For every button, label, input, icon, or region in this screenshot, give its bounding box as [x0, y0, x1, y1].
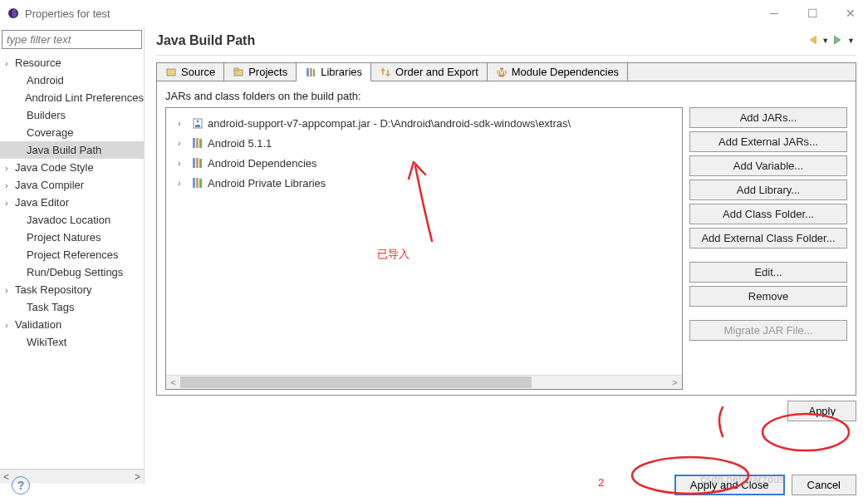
- tab-source[interactable]: Source: [157, 63, 224, 81]
- svg-rect-16: [193, 158, 195, 168]
- tab-order-and-export[interactable]: Order and Export: [371, 63, 488, 81]
- back-dropdown-icon[interactable]: ▼: [820, 37, 831, 45]
- cancel-button[interactable]: Cancel: [792, 475, 856, 495]
- sidebar-item-android[interactable]: Android: [0, 71, 144, 89]
- sidebar-item-java-compiler[interactable]: ›Java Compiler: [0, 176, 144, 194]
- sidebar-item-task-tags[interactable]: Task Tags: [0, 298, 144, 316]
- apply-button[interactable]: Apply: [787, 401, 856, 421]
- tabs: SourceProjectsLibrariesOrder and ExportM…: [157, 63, 856, 81]
- svg-rect-12: [195, 125, 200, 127]
- add-class-folder-button[interactable]: Add Class Folder...: [689, 204, 847, 224]
- section-label: JARs and class folders on the build path…: [165, 90, 847, 102]
- add-library-button[interactable]: Add Library...: [689, 180, 847, 200]
- library-item[interactable]: ›Android Dependencies: [169, 153, 679, 173]
- library-label: android-support-v7-appcompat.jar - D:\An…: [208, 117, 571, 130]
- svg-rect-5: [306, 68, 309, 76]
- libraries-hscroll[interactable]: < >: [166, 375, 682, 389]
- add-variable-button[interactable]: Add Variable...: [689, 155, 847, 176]
- chevron-right-icon: ›: [5, 58, 15, 68]
- hscroll-left-icon[interactable]: <: [166, 376, 180, 390]
- chevron-right-icon: ›: [5, 163, 15, 173]
- chevron-right-icon: ›: [5, 198, 15, 208]
- sidebar-item-project-references[interactable]: Project References: [0, 246, 144, 263]
- sidebar-item-run-debug-settings[interactable]: Run/Debug Settings: [0, 263, 144, 281]
- order-and-export-icon: [380, 66, 391, 78]
- sidebar-item-label: Builders: [27, 109, 66, 121]
- add-jars-button[interactable]: Add JARs...: [689, 107, 847, 128]
- chevron-right-icon[interactable]: ›: [178, 178, 188, 188]
- tab-label: Libraries: [321, 66, 362, 78]
- library-label: Android Dependencies: [208, 157, 317, 170]
- lib-icon: [191, 136, 204, 150]
- chevron-right-icon: ›: [5, 180, 15, 190]
- library-item[interactable]: ›android-support-v7-appcompat.jar - D:\A…: [169, 113, 679, 133]
- svg-rect-7: [313, 69, 315, 76]
- scroll-left-icon[interactable]: <: [3, 471, 9, 483]
- add-external-class-folder-button[interactable]: Add External Class Folder...: [689, 228, 847, 249]
- watermark: csdn.net/warzous: [701, 474, 785, 485]
- minimize-button[interactable]: ─: [763, 5, 785, 22]
- chevron-right-icon[interactable]: ›: [178, 158, 188, 168]
- tab-module-dependencies[interactable]: MModule Dependencies: [488, 63, 628, 81]
- svg-rect-19: [193, 178, 195, 188]
- tab-projects[interactable]: Projects: [224, 63, 297, 81]
- sidebar-item-java-code-style[interactable]: ›Java Code Style: [0, 159, 144, 176]
- help-icon[interactable]: ?: [12, 476, 30, 495]
- svg-rect-14: [196, 138, 199, 148]
- category-tree: ›ResourceAndroidAndroid Lint Preferences…: [0, 54, 144, 469]
- hscroll-right-icon[interactable]: >: [668, 376, 682, 390]
- sidebar-item-java-build-path[interactable]: Java Build Path: [0, 141, 144, 159]
- chevron-right-icon[interactable]: ›: [178, 138, 188, 148]
- sidebar-item-project-natures[interactable]: Project Natures: [0, 229, 144, 246]
- sidebar-item-label: Java Code Style: [15, 161, 94, 174]
- sidebar-item-label: Coverage: [27, 126, 73, 139]
- svg-rect-20: [196, 178, 199, 188]
- svg-rect-4: [234, 68, 238, 71]
- sidebar-item-wikitext[interactable]: WikiText: [0, 333, 144, 351]
- sidebar-item-javadoc-location[interactable]: Javadoc Location: [0, 211, 144, 229]
- maximize-button[interactable]: ☐: [802, 5, 823, 22]
- sidebar-item-builders[interactable]: Builders: [0, 106, 144, 124]
- module-dependencies-icon: M: [496, 66, 508, 78]
- hscroll-thumb[interactable]: [180, 376, 532, 388]
- forward-icon[interactable]: [832, 34, 844, 48]
- eclipse-icon: [7, 7, 20, 20]
- nav-arrows: ▼ ▼: [807, 34, 856, 48]
- tab-libraries[interactable]: Libraries: [297, 63, 371, 81]
- sidebar-item-resource[interactable]: ›Resource: [0, 54, 144, 71]
- sidebar-item-label: Validation: [15, 318, 61, 331]
- back-icon[interactable]: [807, 34, 818, 48]
- chevron-right-icon: ›: [5, 320, 15, 330]
- sidebar-item-label: Project Natures: [27, 231, 101, 244]
- migrate-jar-button[interactable]: Migrate JAR File...: [689, 320, 847, 341]
- lib-icon: [191, 156, 204, 170]
- projects-icon: [233, 66, 244, 78]
- library-item[interactable]: ›Android 5.1.1: [169, 133, 679, 153]
- chevron-right-icon[interactable]: ›: [178, 118, 188, 128]
- sidebar-item-validation[interactable]: ›Validation: [0, 316, 144, 333]
- lib-icon: [191, 176, 204, 189]
- svg-rect-15: [199, 139, 202, 148]
- library-item[interactable]: ›Android Private Libraries: [169, 173, 679, 193]
- sidebar-item-java-editor[interactable]: ›Java Editor: [0, 194, 144, 211]
- libraries-list[interactable]: ›android-support-v7-appcompat.jar - D:\A…: [165, 107, 683, 390]
- forward-dropdown-icon[interactable]: ▼: [846, 37, 856, 45]
- sidebar-item-task-repository[interactable]: ›Task Repository: [0, 281, 144, 298]
- sidebar-item-label: Android: [27, 74, 64, 86]
- window-title: Properties for test: [25, 7, 110, 20]
- remove-button[interactable]: Remove: [689, 286, 847, 307]
- library-label: Android Private Libraries: [208, 177, 326, 189]
- library-label: Android 5.1.1: [208, 137, 272, 150]
- sidebar-item-android-lint-preferences[interactable]: Android Lint Preferences: [0, 89, 144, 106]
- tab-label: Projects: [248, 66, 287, 78]
- svg-rect-13: [193, 138, 195, 148]
- filter-input[interactable]: [2, 30, 142, 49]
- sidebar-item-label: Run/Debug Settings: [27, 266, 123, 278]
- edit-button[interactable]: Edit...: [689, 262, 847, 283]
- sidebar-item-label: Task Repository: [15, 283, 91, 296]
- sidebar-item-label: Android Lint Preferences: [25, 91, 144, 104]
- close-button[interactable]: ✕: [840, 5, 861, 22]
- add-external-jars-button[interactable]: Add External JARs...: [689, 131, 847, 152]
- sidebar-item-label: Project References: [27, 249, 119, 261]
- sidebar-item-coverage[interactable]: Coverage: [0, 124, 144, 141]
